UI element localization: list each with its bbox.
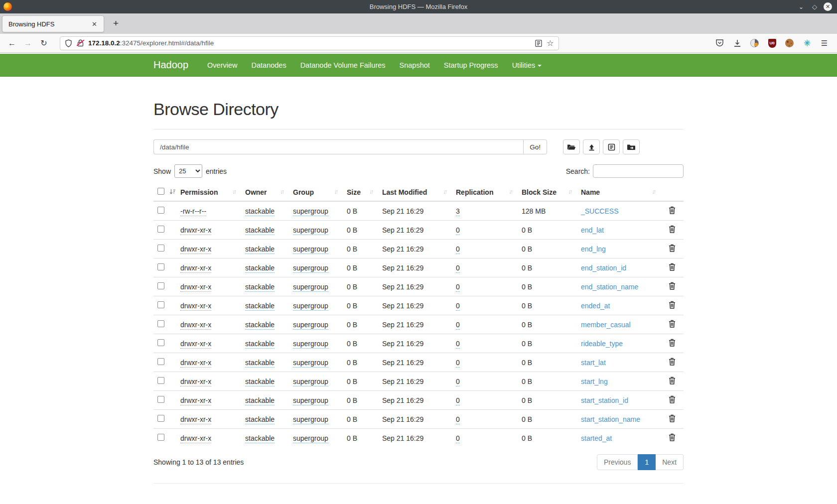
column-header-owner[interactable]: Owner↓↑: [241, 184, 289, 201]
row-checkbox[interactable]: [157, 415, 164, 422]
permission-value[interactable]: drwxr-xr-x: [180, 378, 211, 386]
reader-view-icon[interactable]: [534, 39, 543, 47]
cut-paste-button[interactable]: [603, 139, 620, 154]
forward-icon[interactable]: →: [21, 37, 35, 50]
column-header-name[interactable]: Name↓↑: [577, 184, 661, 201]
row-checkbox[interactable]: [157, 245, 164, 252]
delete-trash-icon[interactable]: [669, 340, 676, 348]
column-header-last-modified[interactable]: Last Modified↓↑: [378, 184, 452, 201]
new-tab-button[interactable]: +: [108, 17, 124, 30]
owner-value[interactable]: stackable: [245, 245, 275, 254]
bookmark-star-icon[interactable]: ☆: [546, 39, 555, 47]
close-window-icon[interactable]: ✕: [824, 2, 832, 11]
owner-value[interactable]: stackable: [245, 396, 275, 405]
owner-value[interactable]: stackable: [245, 378, 275, 386]
delete-trash-icon[interactable]: [669, 246, 676, 253]
permission-value[interactable]: drwxr-xr-x: [180, 245, 211, 254]
owner-value[interactable]: stackable: [245, 340, 275, 349]
row-checkbox[interactable]: [157, 207, 164, 214]
permission-value[interactable]: drwxr-xr-x: [180, 434, 211, 443]
browser-tab[interactable]: Browsing HDFS ✕: [2, 15, 104, 32]
file-name-link[interactable]: rideable_type: [581, 340, 623, 348]
group-value[interactable]: supergroup: [293, 207, 328, 216]
file-name-link[interactable]: start_lng: [581, 378, 608, 385]
column-header-size[interactable]: Size↓↑: [343, 184, 378, 201]
replication-value[interactable]: 0: [456, 378, 460, 386]
shield-icon[interactable]: [64, 39, 73, 47]
navbar-item-utilities[interactable]: Utilities: [505, 55, 549, 76]
delete-trash-icon[interactable]: [669, 416, 676, 424]
tab-close-icon[interactable]: ✕: [89, 19, 100, 29]
replication-value[interactable]: 0: [456, 245, 460, 254]
group-value[interactable]: supergroup: [293, 226, 328, 235]
cookie-extension-icon[interactable]: [785, 38, 794, 48]
permission-value[interactable]: drwxr-xr-x: [180, 415, 211, 424]
owner-value[interactable]: stackable: [245, 283, 275, 292]
pocket-icon[interactable]: [715, 38, 724, 48]
menu-icon[interactable]: ☰: [820, 38, 829, 48]
group-value[interactable]: supergroup: [293, 283, 328, 292]
go-button[interactable]: Go!: [523, 139, 547, 154]
group-value[interactable]: supergroup: [293, 359, 328, 368]
owner-value[interactable]: stackable: [245, 359, 275, 368]
delete-trash-icon[interactable]: [669, 283, 676, 291]
file-name-link[interactable]: ended_at: [581, 302, 610, 310]
group-value[interactable]: supergroup: [293, 396, 328, 405]
navbar-item-snapshot[interactable]: Snapshot: [393, 55, 437, 76]
back-icon[interactable]: ←: [5, 37, 19, 50]
column-header-block-size[interactable]: Block Size↓↑: [518, 184, 577, 201]
group-value[interactable]: supergroup: [293, 340, 328, 349]
create-directory-button[interactable]: [563, 139, 580, 154]
file-name-link[interactable]: member_casual: [581, 321, 631, 329]
owner-value[interactable]: stackable: [245, 264, 275, 273]
previous-page-button[interactable]: Previous: [597, 454, 638, 470]
permission-value[interactable]: drwxr-xr-x: [180, 283, 211, 292]
replication-value[interactable]: 0: [456, 359, 460, 368]
permission-value[interactable]: drwxr-xr-x: [180, 321, 211, 330]
row-checkbox[interactable]: [157, 226, 164, 233]
navbar-item-datanode-volume-failures[interactable]: Datanode Volume Failures: [293, 55, 393, 76]
move-to-folder-button[interactable]: [623, 139, 640, 154]
delete-trash-icon[interactable]: [669, 227, 676, 235]
column-header-replication[interactable]: Replication↓↑: [452, 184, 518, 201]
delete-trash-icon[interactable]: [669, 397, 676, 405]
row-checkbox[interactable]: [157, 396, 164, 403]
row-checkbox[interactable]: [157, 434, 164, 441]
row-checkbox[interactable]: [157, 263, 164, 270]
owner-value[interactable]: stackable: [245, 321, 275, 330]
replication-value[interactable]: 0: [456, 226, 460, 235]
file-name-link[interactable]: end_station_id: [581, 264, 626, 272]
permission-value[interactable]: drwxr-xr-x: [180, 302, 211, 311]
extension-mask-icon[interactable]: [750, 38, 759, 48]
page-number-button[interactable]: 1: [638, 454, 656, 470]
replication-value[interactable]: 0: [456, 396, 460, 405]
directory-path-input[interactable]: [153, 139, 523, 154]
permission-value[interactable]: drwxr-xr-x: [180, 340, 211, 349]
delete-trash-icon[interactable]: [669, 435, 676, 443]
permission-value[interactable]: drwxr-xr-x: [180, 264, 211, 273]
search-input[interactable]: [593, 164, 684, 178]
row-checkbox[interactable]: [157, 282, 164, 289]
extension-asterisk-icon[interactable]: ✳: [802, 38, 812, 48]
sort-order-icon[interactable]: [169, 189, 176, 197]
file-name-link[interactable]: start_station_name: [581, 415, 640, 423]
owner-value[interactable]: stackable: [245, 434, 275, 443]
replication-value[interactable]: 3: [456, 207, 460, 216]
file-name-link[interactable]: _SUCCESS: [581, 207, 618, 215]
column-header-permission[interactable]: Permission↓↑: [176, 184, 241, 201]
url-bar[interactable]: 172.18.0.2:32475/explorer.html#/data/hfi…: [60, 36, 559, 50]
permission-value[interactable]: drwxr-xr-x: [180, 226, 211, 235]
file-name-link[interactable]: end_lat: [581, 226, 604, 234]
owner-value[interactable]: stackable: [245, 302, 275, 311]
delete-trash-icon[interactable]: [669, 321, 676, 329]
row-checkbox[interactable]: [157, 320, 164, 327]
permission-value[interactable]: drwxr-xr-x: [180, 396, 211, 405]
delete-trash-icon[interactable]: [669, 302, 676, 310]
downloads-icon[interactable]: [732, 38, 742, 48]
file-name-link[interactable]: start_lat: [581, 359, 606, 367]
file-name-link[interactable]: end_lng: [581, 245, 606, 253]
replication-value[interactable]: 0: [456, 415, 460, 424]
file-name-link[interactable]: started_at: [581, 434, 612, 442]
delete-trash-icon[interactable]: [669, 264, 676, 272]
replication-value[interactable]: 0: [456, 340, 460, 349]
